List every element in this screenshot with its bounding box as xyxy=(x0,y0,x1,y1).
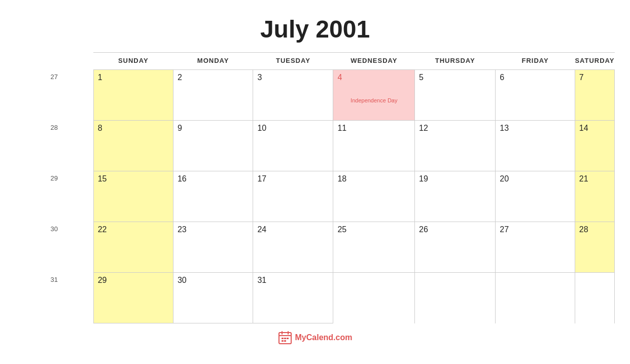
calendar-cell[interactable]: 24 xyxy=(253,222,333,273)
svg-rect-4 xyxy=(287,338,289,339)
calendar-cell[interactable]: 25 xyxy=(333,222,415,273)
day-number: 25 xyxy=(337,225,410,234)
day-number: 4 xyxy=(337,73,410,82)
calendar-cell[interactable]: 18 xyxy=(333,171,415,222)
day-number: 18 xyxy=(337,174,410,184)
day-number: 3 xyxy=(257,73,329,82)
day-number: 21 xyxy=(579,174,610,184)
day-number: 15 xyxy=(98,174,169,184)
day-number: 22 xyxy=(98,225,169,234)
day-number: 13 xyxy=(500,124,571,133)
day-number: 29 xyxy=(98,276,169,285)
calendar-cell[interactable]: 13 xyxy=(496,121,575,171)
day-header-saturday: SATURDAY xyxy=(575,53,614,70)
calendar-cell[interactable]: 8 xyxy=(93,121,173,171)
calendar-cell[interactable] xyxy=(496,273,575,323)
calendar-cell[interactable]: 5 xyxy=(415,70,496,121)
day-number: 2 xyxy=(178,73,249,82)
week-number: 30 xyxy=(15,222,93,273)
day-number: 26 xyxy=(419,225,491,234)
day-number: 1 xyxy=(98,73,169,82)
calendar-cell[interactable]: 7 xyxy=(575,70,614,121)
calendar-cell[interactable]: 28 xyxy=(575,222,614,273)
calendar-cell[interactable]: 2 xyxy=(173,70,253,121)
holiday-label: Independence Day xyxy=(337,97,410,103)
day-number: 5 xyxy=(419,73,491,82)
day-number: 19 xyxy=(419,174,491,184)
svg-rect-5 xyxy=(282,340,284,342)
calendar-table: SUNDAYMONDAYTUESDAYWEDNESDAYTHURSDAYFRID… xyxy=(15,52,615,323)
day-number: 23 xyxy=(178,225,249,234)
calendar-cell[interactable]: 1 xyxy=(93,70,173,121)
day-number: 28 xyxy=(579,225,610,234)
page-title: July 2001 xyxy=(260,15,370,43)
calendar-cell[interactable]: 30 xyxy=(173,273,253,323)
day-number: 11 xyxy=(337,124,410,133)
day-number: 20 xyxy=(500,174,571,184)
brand-label: MyCalend.com xyxy=(295,333,353,342)
calendar-cell[interactable]: 16 xyxy=(173,171,253,222)
calendar-cell[interactable]: 15 xyxy=(93,171,173,222)
calendar-cell[interactable]: 20 xyxy=(496,171,575,222)
day-header-thursday: THURSDAY xyxy=(415,53,496,70)
day-number: 24 xyxy=(257,225,329,234)
svg-rect-6 xyxy=(284,340,286,342)
day-number: 16 xyxy=(178,174,249,184)
week-number: 29 xyxy=(15,171,93,222)
calendar-cell[interactable] xyxy=(575,273,614,323)
day-number: 10 xyxy=(257,124,329,133)
calendar-cell[interactable]: 29 xyxy=(93,273,173,323)
day-number: 30 xyxy=(178,276,249,285)
calendar-cell[interactable]: 27 xyxy=(496,222,575,273)
calendar-cell[interactable]: 19 xyxy=(415,171,496,222)
calendar-cell[interactable]: 10 xyxy=(253,121,333,171)
day-number: 6 xyxy=(500,73,571,82)
calendar-cell[interactable]: 17 xyxy=(253,171,333,222)
calendar-cell[interactable]: 23 xyxy=(173,222,253,273)
week-number: 27 xyxy=(15,70,93,121)
calendar-cell[interactable]: 21 xyxy=(575,171,614,222)
calendar-cell[interactable]: 6 xyxy=(496,70,575,121)
week-number: 31 xyxy=(15,273,93,323)
day-number: 9 xyxy=(178,124,249,133)
svg-rect-2 xyxy=(282,338,284,339)
calendar-cell[interactable]: 9 xyxy=(173,121,253,171)
day-header-wednesday: WEDNESDAY xyxy=(333,53,415,70)
day-number: 31 xyxy=(257,276,329,285)
calendar-cell[interactable]: 3 xyxy=(253,70,333,121)
day-header-sunday: SUNDAY xyxy=(93,53,173,70)
svg-rect-3 xyxy=(284,338,286,339)
calendar-cell[interactable] xyxy=(415,273,496,323)
day-number: 27 xyxy=(500,225,571,234)
day-header-tuesday: TUESDAY xyxy=(253,53,333,70)
calendar-cell[interactable] xyxy=(333,273,415,323)
week-number: 28 xyxy=(15,121,93,171)
day-header-monday: MONDAY xyxy=(173,53,253,70)
calendar-cell[interactable]: 11 xyxy=(333,121,415,171)
calendar-cell[interactable]: 14 xyxy=(575,121,614,171)
calendar-cell[interactable]: 26 xyxy=(415,222,496,273)
footer: MyCalend.com xyxy=(278,331,353,345)
calendar-cell[interactable]: 4Independence Day xyxy=(333,70,415,121)
day-header-friday: FRIDAY xyxy=(496,53,575,70)
day-number: 17 xyxy=(257,174,329,184)
day-number: 7 xyxy=(579,73,610,82)
day-number: 8 xyxy=(98,124,169,133)
calendar-icon xyxy=(278,331,292,345)
calendar-cell[interactable]: 22 xyxy=(93,222,173,273)
day-number: 14 xyxy=(579,124,610,133)
calendar-cell[interactable]: 31 xyxy=(253,273,333,323)
day-number: 12 xyxy=(419,124,491,133)
calendar-cell[interactable]: 12 xyxy=(415,121,496,171)
